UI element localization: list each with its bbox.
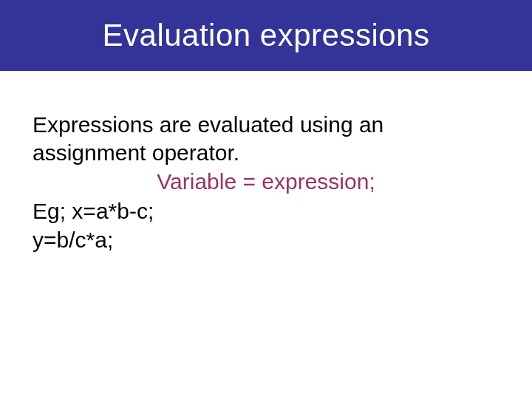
slide: Evaluation expressions Expressions are e… xyxy=(0,0,532,399)
slide-title: Evaluation expressions xyxy=(103,18,430,53)
slide-body: Expressions are evaluated using an assig… xyxy=(0,71,532,254)
title-bar: Evaluation expressions xyxy=(0,0,532,71)
body-line-syntax: Variable = expression; xyxy=(33,168,499,196)
body-line-example-2: y=b/c*a; xyxy=(33,226,499,254)
body-line-example-1: Eg; x=a*b-c; xyxy=(33,197,499,225)
body-line-intro: Expressions are evaluated using an assig… xyxy=(33,111,499,166)
